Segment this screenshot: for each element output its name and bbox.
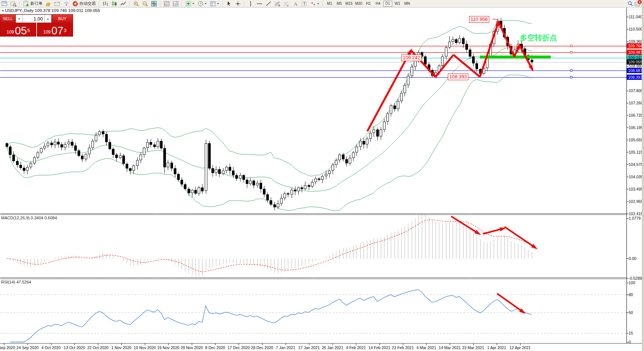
- macd-scale-label: 0.00: [629, 256, 644, 261]
- timeframe-m30-button[interactable]: M30: [354, 1, 363, 7]
- date-tick-label: 24 Sep 2020: [16, 345, 39, 350]
- date-tick-label: 10 Nov 2020: [134, 345, 156, 350]
- price-tick-label: 110.500: [629, 27, 644, 31]
- date-tick-label: 26 Jan 2021: [322, 345, 343, 350]
- search-button[interactable]: [626, 0, 634, 7]
- price-tick-label: 107.260: [629, 101, 644, 105]
- template-button[interactable]: ▼: [209, 0, 220, 7]
- date-tick-label: 15 Sep 2020: [0, 345, 15, 350]
- indicator-subwindow-button[interactable]: [172, 0, 180, 7]
- timeframe-mn-button[interactable]: MN: [403, 1, 412, 7]
- date-tick-label: 28 Dec 2020: [251, 345, 273, 350]
- crosshair-button[interactable]: [234, 0, 242, 7]
- swing-high-label[interactable]: 110.956: [469, 16, 489, 23]
- autotrading-button[interactable]: 自动交易: [71, 0, 97, 7]
- macd-indicator-label: MACD(12,26,9) 0.3404 0.6084: [1, 216, 57, 220]
- fibo-channel-button[interactable]: F: [282, 0, 290, 7]
- toolbar-separator: [99, 1, 100, 6]
- date-tick-label: 14 Mar 2021: [439, 345, 461, 350]
- toolbar-separator: [323, 1, 323, 6]
- ask-price-pip: 3: [64, 23, 66, 36]
- arrows-button[interactable]: ▼: [309, 0, 321, 7]
- price-tick-label: 106.195: [629, 125, 644, 130]
- bid-price-main: 05: [15, 26, 27, 36]
- date-tick-label: 4 Mar 2021: [417, 345, 436, 350]
- date-tick-label: 1 Nov 2020: [111, 345, 132, 350]
- bar-chart-button[interactable]: [101, 0, 110, 7]
- date-tick-label: 4 Feb 2021: [346, 345, 366, 350]
- indicator-window-button[interactable]: [163, 0, 171, 7]
- rsi-scale-label: 100: [629, 281, 644, 285]
- new-order-button[interactable]: 新订单: [22, 0, 44, 7]
- mt4-window: { "toolbar": { "new_order_label": "新订单",…: [0, 0, 644, 351]
- timeframe-m1-button[interactable]: M1: [325, 1, 334, 7]
- toolbar-separator: [129, 1, 130, 6]
- text-button[interactable]: A: [291, 0, 299, 7]
- price-tick-label: 106.720: [629, 113, 644, 117]
- bid-price[interactable]: 109 05 5: [0, 23, 37, 37]
- timeframe-w1-button[interactable]: W1: [393, 1, 402, 7]
- price-tick-label: 102.955: [629, 199, 644, 204]
- candlestick-chart-button[interactable]: [110, 0, 119, 7]
- price-badge-109.764: 109.764: [627, 43, 644, 48]
- timeframe-m5-button[interactable]: M5: [335, 1, 344, 7]
- sell-button[interactable]: SELL: [0, 15, 16, 23]
- swing-low-label[interactable]: 108.393: [448, 73, 468, 80]
- window-edge: [642, 0, 644, 351]
- signal-icon[interactable]: [62, 0, 70, 7]
- volume-decrease-button[interactable]: ▼: [16, 15, 23, 23]
- gold-chart-icon[interactable]: [44, 0, 53, 7]
- date-tick-label: 12 Apr 2021: [509, 345, 531, 350]
- date-tick-label: 13 Oct 2020: [64, 345, 85, 350]
- add-indicator-button[interactable]: ▼: [184, 0, 196, 7]
- pivot-price-label[interactable]: 109.242: [401, 54, 422, 61]
- buy-button[interactable]: BUY: [51, 15, 73, 23]
- date-tick-label: 7 Jan 2021: [276, 345, 295, 350]
- tile-windows-button[interactable]: [150, 0, 158, 7]
- main-toolbar: 新订单自动交易▼▼▼EFAT▼M1M5M15M30H1H4D1W1MN1: [0, 0, 644, 7]
- volume-input[interactable]: 1.00: [23, 15, 44, 23]
- price-tick-label: 107.800: [629, 88, 644, 93]
- one-click-trading-panel: SELL ▼ 1.00 ▲ BUY 109 05 5 109 07 3: [0, 14, 73, 37]
- ask-price[interactable]: 109 07 3: [37, 23, 73, 37]
- chart-window-icon[interactable]: [0, 0, 9, 7]
- period-selector-button[interactable]: ▼: [197, 0, 208, 7]
- timeframe-d1-button[interactable]: D1: [383, 1, 392, 7]
- timeframe-m15-button[interactable]: M15: [345, 1, 354, 7]
- fibonacci-button[interactable]: E: [273, 0, 282, 7]
- toolbar-separator: [244, 1, 245, 6]
- mail-icon[interactable]: [53, 0, 62, 7]
- symbol-period-label: USDJPY-,Daily: [5, 8, 34, 13]
- zoom-box-icon[interactable]: [9, 0, 18, 7]
- timeframe-h1-button[interactable]: H1: [364, 1, 373, 7]
- zoom-in-button[interactable]: [132, 0, 140, 7]
- ask-price-main: 07: [51, 26, 63, 36]
- date-tick-label: 17 Dec 2020: [227, 345, 250, 350]
- price-badge-109.055: 109.055: [627, 59, 644, 65]
- chart-title: ▴ USDJPY-,Daily 109.378 109.745 109.011 …: [2, 8, 100, 13]
- volume-increase-button[interactable]: ▲: [44, 15, 51, 23]
- macd-scale-label: -0.5289: [629, 276, 644, 281]
- chart-marker-icon: ▴: [2, 9, 4, 12]
- horizontal-line-button[interactable]: [255, 0, 264, 7]
- text-label-button[interactable]: T: [300, 0, 308, 7]
- zoom-out-button[interactable]: [141, 0, 149, 7]
- vertical-line-button[interactable]: [246, 0, 255, 7]
- line-chart-button[interactable]: [119, 0, 128, 7]
- toolbar-separator: [182, 1, 182, 6]
- timeframe-h4-button[interactable]: H4: [374, 1, 383, 7]
- cursor-button[interactable]: [225, 0, 233, 7]
- trendline-button[interactable]: [264, 0, 273, 7]
- date-tick-label: 4 Oct 2020: [41, 345, 60, 350]
- notifications-button[interactable]: 1: [635, 1, 641, 7]
- price-tick-label: 102.415: [629, 211, 644, 216]
- ask-price-prefix: 109: [43, 28, 51, 36]
- bid-price-prefix: 109: [7, 28, 14, 36]
- chart-canvas[interactable]: [0, 0, 644, 351]
- rsi-indicator-label: RSI(14) 47.5264: [1, 280, 31, 284]
- svg-text:E: E: [279, 4, 280, 7]
- pivot-text-annotation[interactable]: 多空转折点: [520, 33, 557, 43]
- price-tick-label: 105.115: [629, 150, 644, 154]
- toolbar-separator: [160, 1, 161, 6]
- rsi-scale-label: 50: [629, 310, 644, 315]
